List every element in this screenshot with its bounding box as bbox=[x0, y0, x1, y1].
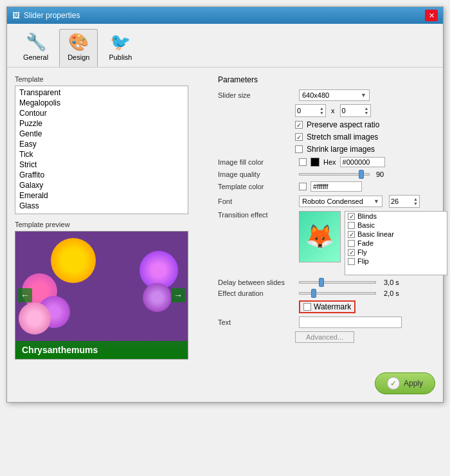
height-spinbox[interactable]: 0 ▲ ▼ bbox=[340, 104, 371, 117]
image-quality-row: Image quality 90 bbox=[218, 170, 447, 178]
up-arrow-icon2: ▲ bbox=[364, 106, 369, 111]
fly-label: Fly bbox=[357, 248, 367, 256]
template-color-checkbox[interactable] bbox=[299, 183, 307, 190]
font-size-arrows[interactable]: ▲ ▼ bbox=[413, 197, 418, 206]
template-color-hex-input[interactable] bbox=[310, 181, 362, 192]
preserve-aspect-row: Preserve aspect ratio bbox=[295, 120, 447, 129]
transition-blinds[interactable]: Blinds bbox=[345, 212, 447, 221]
font-down-icon: ▼ bbox=[413, 201, 418, 206]
slider-size-dropdown[interactable]: 640x480 ▼ bbox=[299, 89, 370, 101]
template-item-galaxy[interactable]: Galaxy bbox=[17, 180, 186, 190]
transition-effects-list[interactable]: Blinds Basic Basic linear Fade bbox=[345, 211, 447, 275]
transition-effect-row: Transition effect 🦊 Blinds bbox=[218, 211, 447, 275]
content-area: Template Transparent Megalopolis Contour… bbox=[7, 68, 443, 367]
fly-checkbox[interactable] bbox=[348, 249, 355, 256]
template-item-glass[interactable]: Glass bbox=[17, 201, 186, 211]
next-slide-button[interactable]: → bbox=[171, 288, 185, 302]
publish-icon: 🐦 bbox=[110, 32, 130, 52]
font-size-spinbox[interactable]: 26 ▲ ▼ bbox=[389, 195, 420, 208]
height-spin-arrows[interactable]: ▲ ▼ bbox=[364, 106, 369, 115]
shrink-large-checkbox[interactable] bbox=[295, 145, 303, 153]
template-item-emerald[interactable]: Emerald bbox=[17, 190, 186, 201]
flip-checkbox[interactable] bbox=[348, 258, 355, 265]
tab-publish[interactable]: 🐦 Publish bbox=[100, 29, 140, 67]
size-x-divider: x bbox=[331, 107, 335, 114]
window-title: Slider properties bbox=[24, 11, 80, 20]
delay-label: Delay between slides bbox=[218, 279, 295, 286]
image-quality-label: Image quality bbox=[218, 170, 295, 178]
window-icon: 🖼 bbox=[12, 11, 20, 20]
template-item-contour[interactable]: Contour bbox=[17, 108, 186, 118]
flower-pink2 bbox=[19, 302, 51, 334]
blinds-checkbox[interactable] bbox=[348, 213, 355, 220]
tab-general[interactable]: 🔧 General bbox=[15, 29, 57, 67]
fill-color-hex-input[interactable] bbox=[340, 157, 385, 167]
font-value: Roboto Condensed bbox=[302, 197, 363, 205]
template-section-label: Template bbox=[15, 75, 208, 83]
template-color-label: Template color bbox=[218, 183, 295, 190]
template-item-megalopolis[interactable]: Megalopolis bbox=[17, 98, 186, 108]
effect-thumb[interactable] bbox=[311, 289, 316, 298]
preserve-aspect-checkbox[interactable] bbox=[295, 121, 303, 129]
blinds-label: Blinds bbox=[357, 212, 377, 220]
slider-size-value: 640x480 bbox=[302, 91, 329, 99]
image-quality-value: 90 bbox=[376, 170, 384, 178]
transition-basic[interactable]: Basic bbox=[345, 221, 447, 230]
transition-flip[interactable]: Flip bbox=[345, 257, 447, 266]
advanced-button[interactable]: Advanced... bbox=[295, 331, 354, 343]
transition-area: 🦊 Blinds Basic bbox=[299, 211, 447, 275]
general-icon: 🔧 bbox=[26, 32, 46, 52]
design-icon: 🎨 bbox=[68, 32, 89, 52]
effect-duration-value: 2,0 s bbox=[384, 289, 399, 297]
delay-row: Delay between slides 3,0 s bbox=[218, 279, 447, 286]
watermark-highlight: Watermark bbox=[299, 300, 356, 313]
template-item-transparent[interactable]: Transparent bbox=[17, 87, 186, 98]
width-spin-arrows[interactable]: ▲ ▼ bbox=[320, 106, 324, 115]
template-item-tick[interactable]: Tick bbox=[17, 149, 186, 160]
delay-slider[interactable] bbox=[299, 281, 376, 284]
template-list[interactable]: Transparent Megalopolis Contour Puzzle G… bbox=[15, 86, 188, 214]
fill-color-swatch[interactable] bbox=[310, 158, 320, 167]
transition-basic-linear[interactable]: Basic linear bbox=[345, 230, 447, 239]
parameters-label: Parameters bbox=[218, 75, 447, 84]
main-window: 🖼 Slider properties ✕ 🔧 General 🎨 Design… bbox=[6, 6, 444, 403]
quality-thumb[interactable] bbox=[359, 170, 364, 179]
effect-slider[interactable] bbox=[299, 292, 376, 295]
font-dropdown[interactable]: Roboto Condensed ▼ bbox=[299, 196, 382, 207]
text-input[interactable] bbox=[299, 316, 402, 328]
fill-color-checkbox[interactable] bbox=[299, 158, 307, 166]
flowers-background bbox=[15, 232, 188, 359]
basic-checkbox[interactable] bbox=[348, 222, 355, 229]
watermark-checkbox[interactable] bbox=[303, 303, 311, 311]
image-quality-slider[interactable] bbox=[299, 173, 370, 176]
font-size-value: 26 bbox=[391, 197, 399, 205]
tab-design[interactable]: 🎨 Design bbox=[59, 29, 98, 67]
fade-checkbox[interactable] bbox=[348, 240, 355, 247]
stretch-small-checkbox[interactable] bbox=[295, 133, 303, 141]
advanced-row: Advanced... bbox=[295, 331, 447, 343]
font-row: Font Roboto Condensed ▼ 26 ▲ ▼ bbox=[218, 195, 447, 208]
fill-color-label: Image fill color bbox=[218, 158, 295, 166]
template-item-puzzle[interactable]: Puzzle bbox=[17, 118, 186, 129]
effect-slider-area: 2,0 s bbox=[299, 289, 399, 297]
basic-linear-checkbox[interactable] bbox=[348, 231, 355, 238]
left-arrow-icon: ← bbox=[21, 290, 30, 300]
apply-button[interactable]: ✓ Apply bbox=[375, 372, 435, 394]
prev-slide-button[interactable]: ← bbox=[18, 288, 32, 302]
template-item-easy[interactable]: Easy bbox=[17, 139, 186, 149]
width-spinbox[interactable]: 0 ▲ ▼ bbox=[295, 104, 326, 117]
template-item-strict[interactable]: Strict bbox=[17, 160, 186, 170]
delay-thumb[interactable] bbox=[319, 278, 324, 287]
flip-label: Flip bbox=[357, 257, 369, 265]
tab-design-label: Design bbox=[68, 53, 89, 61]
template-item-graffito[interactable]: Graffito bbox=[17, 170, 186, 180]
right-arrow-icon: → bbox=[174, 290, 183, 300]
template-item-gentle[interactable]: Gentle bbox=[17, 129, 186, 139]
close-button[interactable]: ✕ bbox=[425, 10, 438, 21]
down-arrow-icon2: ▼ bbox=[364, 111, 369, 115]
transition-fly[interactable]: Fly bbox=[345, 248, 447, 257]
transition-fade[interactable]: Fade bbox=[345, 239, 447, 248]
hex-label: Hex bbox=[323, 158, 336, 166]
font-dropdown-arrow-icon: ▼ bbox=[374, 198, 379, 205]
flower-violet bbox=[143, 283, 172, 312]
